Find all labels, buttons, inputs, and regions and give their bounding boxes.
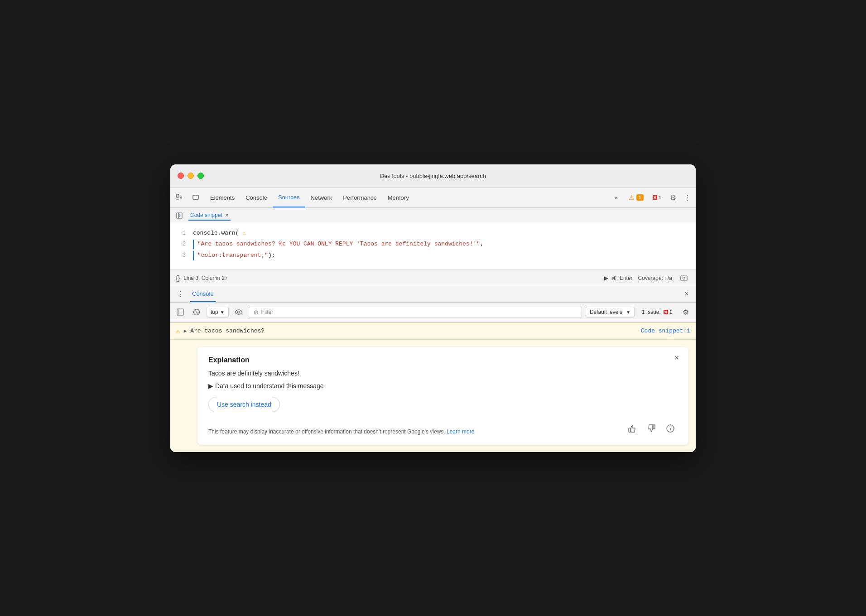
tab-network[interactable]: Network [305, 188, 338, 207]
console-warning-text: Are tacos sandwiches? [190, 327, 637, 334]
expand-arrow-icon[interactable]: ▶ [184, 328, 187, 334]
tab-memory[interactable]: Memory [382, 188, 414, 207]
code-line-3: 3 "color:transparent;"); [170, 250, 696, 261]
explanation-content: Tacos are definitely sandwiches! [208, 370, 678, 377]
code-panel: Code snippet × 1 console.warn( ⚠ 2 "Are … [170, 208, 696, 270]
svg-point-14 [237, 311, 240, 313]
svg-rect-19 [653, 425, 655, 429]
svg-rect-10 [177, 309, 183, 315]
more-tabs-button[interactable]: » [609, 188, 623, 207]
device-toggle-icon[interactable] [188, 190, 203, 205]
status-bar: {} Line 3, Column 27 ▶ ⌘+Enter Coverage:… [170, 270, 696, 286]
explanation-card: × Explanation Tacos are definitely sandw… [170, 340, 696, 452]
run-icon: ▶ [604, 275, 608, 281]
default-levels-selector[interactable]: Default levels ▼ [586, 307, 635, 318]
run-shortcut: ⌘+Enter [611, 275, 633, 281]
console-tab-label[interactable]: Console [190, 286, 216, 302]
status-bar-right: ▶ ⌘+Enter Coverage: n/a [604, 272, 690, 284]
explanation-close-button[interactable]: × [671, 352, 682, 363]
errors-badge-button[interactable]: 1 [649, 193, 665, 202]
svg-rect-8 [681, 276, 687, 280]
live-expressions-icon[interactable] [232, 306, 245, 318]
issues-count: 1 [664, 309, 672, 315]
issues-label: 1 Issue: [642, 309, 661, 315]
disclaimer-text: This feature may display inaccurate or o… [208, 428, 620, 436]
line-number-2: 2 [170, 240, 193, 249]
tab-console[interactable]: Console [240, 188, 273, 207]
sidebar-toggle-icon[interactable] [174, 306, 187, 318]
screenshot-icon[interactable] [678, 272, 690, 284]
cursor-position: Line 3, Column 27 [183, 275, 227, 281]
svg-rect-18 [629, 428, 630, 432]
svg-rect-1 [193, 195, 198, 199]
run-snippet-button[interactable]: ▶ ⌘+Enter [604, 275, 633, 281]
tab-elements[interactable]: Elements [205, 188, 240, 207]
levels-arrow-icon: ▼ [626, 310, 630, 315]
code-panel-header: Code snippet × [170, 208, 696, 224]
data-toggle-button[interactable]: ▶ Data used to understand this message [208, 382, 678, 390]
console-menu-icon[interactable]: ⋮ [174, 288, 187, 300]
svg-point-22 [670, 426, 671, 427]
devtools-body: Elements Console Sources Network Perform… [170, 188, 696, 452]
console-header: ⋮ Console × [170, 286, 696, 303]
titlebar: DevTools - bubble-jingle.web.app/search [170, 164, 696, 188]
svg-rect-0 [176, 194, 179, 197]
line-content-3: "color:transparent;"); [193, 251, 696, 260]
use-search-button[interactable]: Use search instead [208, 397, 280, 412]
svg-rect-6 [177, 213, 182, 218]
panel-toggle-button[interactable] [174, 210, 185, 221]
warning-icon: ⚠ [176, 327, 180, 336]
learn-more-link[interactable]: Learn more [447, 428, 474, 435]
coverage-label: Coverage: n/a [638, 275, 672, 281]
filter-input[interactable] [261, 309, 577, 315]
context-arrow-icon: ▼ [220, 310, 225, 315]
console-close-button[interactable]: × [681, 289, 692, 299]
minimize-button[interactable] [188, 173, 194, 179]
explanation-inner: × Explanation Tacos are definitely sandw… [197, 347, 688, 445]
devtools-window: DevTools - bubble-jingle.web.app/search … [170, 164, 696, 452]
traffic-lights [178, 173, 204, 179]
thumbs-up-button[interactable] [625, 421, 640, 436]
warning-triangle-icon: ⚠ [629, 194, 635, 201]
svg-rect-2 [195, 199, 197, 200]
console-panel: ⋮ Console × top [170, 286, 696, 452]
console-toolbar: top ▼ ⊘ Default levels ▼ [170, 303, 696, 322]
inspect-icon[interactable] [172, 190, 187, 205]
more-options-icon[interactable]: ⋮ [681, 191, 694, 204]
window-title: DevTools - bubble-jingle.web.app/search [380, 173, 486, 179]
settings-icon[interactable]: ⚙ [667, 191, 679, 204]
context-selector[interactable]: top ▼ [207, 307, 229, 318]
warning-count: 1 [636, 194, 644, 201]
code-line-1: 1 console.warn( ⚠ [170, 228, 696, 239]
info-button[interactable] [663, 421, 678, 436]
console-output: ⚠ ▶ Are tacos sandwiches? Code snippet:1… [170, 322, 696, 452]
explanation-title: Explanation [208, 356, 678, 364]
snippet-tab-label: Code snippet [190, 212, 222, 218]
thumbs-down-button[interactable] [644, 421, 659, 436]
line-content-1: console.warn( ⚠ [193, 229, 696, 238]
disclaimer-row: This feature may display inaccurate or o… [208, 421, 678, 436]
error-count: 1 [653, 195, 661, 200]
code-snippet-tab[interactable]: Code snippet × [188, 211, 231, 221]
maximize-button[interactable] [197, 173, 204, 179]
context-label: top [211, 309, 218, 315]
console-settings-icon[interactable]: ⚙ [679, 306, 692, 318]
line-content-2: "Are tacos sandwiches? %c YOU CAN ONLY R… [193, 240, 696, 249]
tabs-right-area: » ⚠ 1 1 ⚙ ⋮ [609, 188, 694, 207]
tab-sources[interactable]: Sources [273, 188, 305, 207]
source-link[interactable]: Code snippet:1 [641, 327, 690, 334]
levels-label: Default levels [590, 309, 622, 315]
issues-badge: 1 Issue: 1 [638, 307, 676, 317]
svg-point-9 [683, 277, 685, 279]
close-button[interactable] [178, 173, 184, 179]
filter-input-wrap[interactable]: ⊘ [249, 307, 582, 318]
console-warning-row: ⚠ ▶ Are tacos sandwiches? Code snippet:1 [170, 322, 696, 340]
curly-braces-icon: {} [176, 274, 180, 282]
filter-funnel-icon: ⊘ [254, 309, 259, 316]
snippet-close-button[interactable]: × [225, 212, 229, 219]
warnings-badge-button[interactable]: ⚠ 1 [625, 192, 647, 203]
svg-line-13 [195, 310, 198, 314]
tab-performance[interactable]: Performance [337, 188, 382, 207]
code-editor[interactable]: 1 console.warn( ⚠ 2 "Are tacos sandwiche… [170, 224, 696, 270]
clear-console-icon[interactable] [190, 306, 203, 318]
